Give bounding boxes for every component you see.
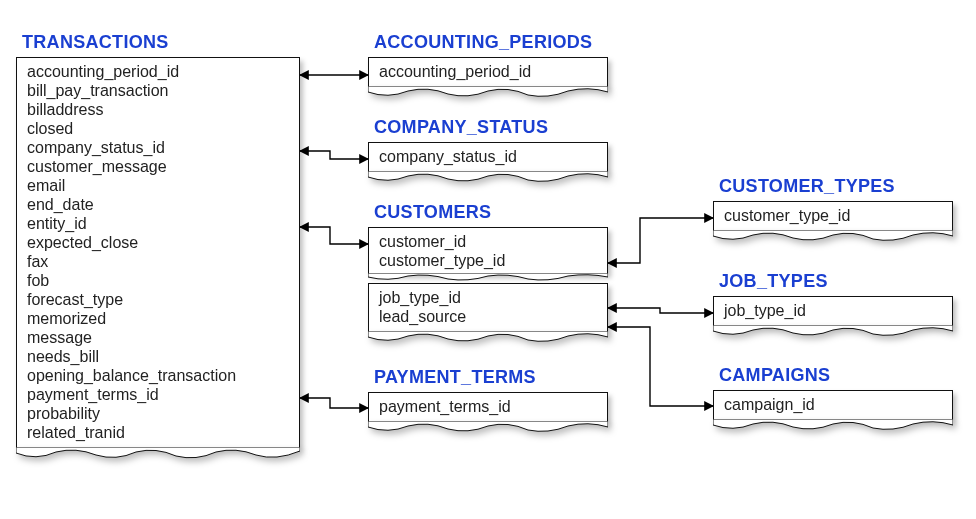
column-item: customer_message [27,157,289,176]
torn-edge-icon [16,447,300,461]
table-title: CUSTOMER_TYPES [713,174,953,201]
column-item: forecast_type [27,290,289,309]
table-job-types: JOB_TYPES job_type_id [713,269,953,339]
column-item: payment_terms_id [379,397,597,416]
column-item: billaddress [27,100,289,119]
column-item: customer_type_id [379,251,597,270]
column-list: job_type_id lead_source [368,283,608,332]
column-item: accounting_period_id [27,62,289,81]
column-list: payment_terms_id [368,392,608,422]
torn-edge-icon [368,331,608,345]
torn-edge-icon [713,419,953,433]
table-title: TRANSACTIONS [16,30,300,57]
column-item: company_status_id [379,147,597,166]
torn-edge-icon [368,273,608,283]
table-transactions: TRANSACTIONS accounting_period_id bill_p… [16,30,300,461]
column-item: job_type_id [724,301,942,320]
column-item: job_type_id [379,288,597,307]
column-item: message [27,328,289,347]
table-title: CAMPAIGNS [713,363,953,390]
table-accounting-periods: ACCOUNTING_PERIODS accounting_period_id [368,30,608,100]
torn-edge-icon [713,325,953,339]
table-campaigns: CAMPAIGNS campaign_id [713,363,953,433]
table-payment-terms: PAYMENT_TERMS payment_terms_id [368,365,608,435]
column-item: campaign_id [724,395,942,414]
table-title: PAYMENT_TERMS [368,365,608,392]
column-item: customer_id [379,232,597,251]
column-item: company_status_id [27,138,289,157]
column-item: email [27,176,289,195]
table-customer-types: CUSTOMER_TYPES customer_type_id [713,174,953,244]
column-list: company_status_id [368,142,608,172]
column-item: fob [27,271,289,290]
column-item: expected_close [27,233,289,252]
table-title: JOB_TYPES [713,269,953,296]
table-title: ACCOUNTING_PERIODS [368,30,608,57]
column-item: needs_bill [27,347,289,366]
column-list: job_type_id [713,296,953,326]
column-item: lead_source [379,307,597,326]
column-list: campaign_id [713,390,953,420]
column-item: probability [27,404,289,423]
column-item: payment_terms_id [27,385,289,404]
table-customers: CUSTOMERS customer_id customer_type_id j… [368,200,608,345]
column-item: entity_id [27,214,289,233]
column-item: end_date [27,195,289,214]
column-list: accounting_period_id [368,57,608,87]
torn-edge-icon [368,171,608,185]
column-item: opening_balance_transaction [27,366,289,385]
column-list: customer_type_id [713,201,953,231]
table-title: COMPANY_STATUS [368,115,608,142]
torn-edge-icon [368,421,608,435]
column-item: accounting_period_id [379,62,597,81]
column-item: related_tranid [27,423,289,442]
column-item: closed [27,119,289,138]
table-title: CUSTOMERS [368,200,608,227]
column-item: customer_type_id [724,206,942,225]
column-item: memorized [27,309,289,328]
column-item: fax [27,252,289,271]
column-item: bill_pay_transaction [27,81,289,100]
torn-edge-icon [368,86,608,100]
column-list: accounting_period_id bill_pay_transactio… [16,57,300,448]
column-list: customer_id customer_type_id [368,227,608,274]
torn-edge-icon [713,230,953,244]
table-company-status: COMPANY_STATUS company_status_id [368,115,608,185]
